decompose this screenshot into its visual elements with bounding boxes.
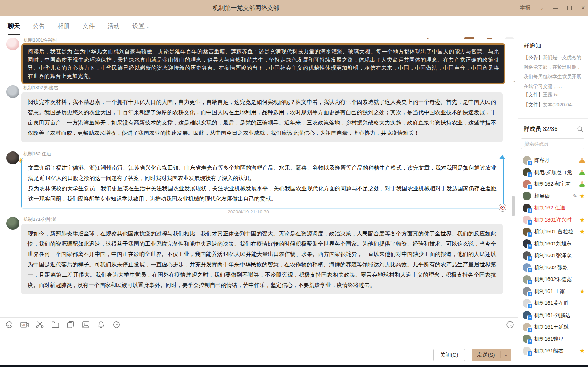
send-button[interactable]: 发送(S) ⌄ [472,349,511,361]
member-row[interactable]: ★ 机制161-刘鹏达 [518,309,588,321]
member-row[interactable]: ▮ 机制1801许兴时 ★ [518,214,588,226]
member-avatar: ▮ [523,251,531,260]
member-row[interactable]: 杨展硕 ✎★ [518,190,588,202]
svg-text:GIF: GIF [21,324,25,326]
search-icon[interactable] [577,126,583,134]
restore-window-icon[interactable] [567,6,572,10]
member-avatar: ▮ [523,299,531,308]
member-name: 机制1801许兴时 [534,217,579,223]
member-row[interactable]: ▮ 机制161魏星 [518,333,588,345]
tab-chat[interactable]: 聊天 [8,22,20,35]
avatar[interactable] [6,85,19,98]
chevron-down-icon[interactable]: ⌄ [540,5,544,10]
member-name: 杨展硕 [534,193,573,200]
member-row[interactable]: ▮ 机制162 任迪 [518,202,588,214]
member-name: 机电-罗顺意（党 [534,169,579,176]
member-status-icons: ★ [579,229,585,235]
member-status-icons [579,158,585,163]
selection-rail [503,159,504,207]
group-notice-body[interactable]: 【公告】我们是一支优秀的网络党支部，在紧急时期，我们每周组织学生党员开展在线学习… [524,53,585,91]
tab-announcement[interactable]: 公告 [33,22,45,35]
member-row[interactable]: ▮ 机电-罗顺意（党 [518,166,588,179]
member-row[interactable]: ▮ 机制1601-曾粒粒 ★ [518,226,588,238]
collect-documents-icon[interactable] [66,320,75,329]
member-row[interactable]: ★ 机制1601刘旭东 [518,238,588,250]
member-avatar: ▮ [523,204,531,212]
online-device-badge-icon: ▮ [527,303,532,309]
member-row[interactable]: ★ 机制1602 张乾 [518,262,588,274]
more-tools-icon[interactable] [112,320,121,329]
message-input-area[interactable]: GIF 关闭(C) 发送(S) ⌄ [0,317,518,365]
blackboard-text: 阅读后，我甚是为 生为中华儿女而感到自豪与骄傲。无论是延年百年的桑基鱼塘、莲藕养… [28,48,499,79]
close-icon[interactable]: ✕ [581,5,585,10]
tab-files[interactable]: 文件 [83,22,95,35]
online-device-badge-icon: ▮ [527,327,532,333]
member-avatar: ▮ [523,335,531,343]
minimize-icon[interactable]: — [553,5,558,10]
tab-settings[interactable]: 设置⌄ [132,22,149,35]
member-name: 陈客舟 [534,157,579,164]
member-avatar: ★ [523,311,531,319]
send-picture-icon[interactable] [82,320,90,329]
avatar[interactable] [6,38,19,50]
member-status-icons: ★ [579,288,585,294]
member-avatar: ★ [523,263,531,272]
online-device-badge-icon: ★ [527,280,532,285]
scrollbar-up-arrow[interactable]: ⌃ [511,80,518,86]
file-tag: 【文件】 [524,92,543,97]
chat-scrollbar[interactable] [512,196,515,216]
star-badge-icon: ★ [579,193,585,199]
notice-file-item[interactable]: 【文件】文本(2020-04-… [524,102,587,108]
member-avatar: ▮ [523,168,531,176]
member-row[interactable]: ▮ 机制1601张泽众 [518,250,588,262]
group-notice-title: 群通知 [524,42,541,50]
online-device-badge-icon: ▮ [527,184,532,190]
member-row[interactable]: ▮ 机制161王延斌 [518,321,588,333]
selection-handle-icon[interactable] [499,155,505,159]
seal-stamp-icon [499,204,506,212]
tab-activities[interactable]: 活动 [107,22,120,35]
member-avatar: ▮ [523,180,531,188]
notice-file-item[interactable]: 【文件】王露.txt [524,92,587,98]
message-bubble-selected[interactable]: ✳ 文章介绍了福建宁德港、浙江湖州南浔、江苏省兴化市垛田镇、山东省寿光市等多个地… [21,158,503,208]
blackboard-image-message[interactable]: 阅读后，我甚是为 生为中华儿女而感到自豪与骄傲。无论是延年百年的桑基鱼塘、莲藕养… [21,43,505,84]
member-name: 机制1601-曾粒粒 [534,228,579,235]
member-row[interactable]: ★ 机制1602朱德宽 [518,273,588,286]
member-status-bust-icon [579,170,585,175]
folder-send-file-icon[interactable] [51,320,59,329]
emoji-icon[interactable] [5,320,14,329]
online-device-badge-icon: ▮ [527,232,532,237]
group-members-title: 群成员 32/36 [524,125,557,133]
notification-bell-icon[interactable] [97,320,105,329]
gif-hot-image-icon[interactable]: GIF [20,320,29,329]
member-row[interactable]: ▮ 机制161熊杰 ★ [518,345,588,357]
star-badge-icon: ★ [579,229,585,235]
divider [524,88,584,88]
avatar[interactable] [6,151,19,164]
tab-album[interactable]: 相册 [58,22,70,35]
member-row[interactable]: ▮ 机制162-郝宇君 [518,178,588,190]
member-row[interactable]: ▮ 机制161黄在胜 [518,297,588,309]
online-device-badge-icon: ▮ [527,291,532,297]
member-name: 机制1602 张乾 [534,264,585,271]
member-row[interactable]: ▮ 陈客舟 [518,154,588,166]
screenshot-scissors-icon[interactable] [36,320,44,329]
member-avatar: ▮ [523,323,531,331]
message-history-clock-icon[interactable] [506,320,514,329]
message-bubble[interactable]: 现如今，新冠肺炎肆虐全球，在观察其他国家抗疫的过程与我们相比，我们才真正体会到中… [21,224,503,294]
member-list: ▮ 陈客舟 ▮ 机电-罗顺意（党 ▮ 机制162-郝宇君 杨展硕 ✎★ ▮ 机制… [518,154,588,357]
member-name: 机制162-郝宇君 [534,181,579,187]
close-button[interactable]: 关闭(C) [433,349,465,361]
avatar[interactable] [6,217,19,230]
report-button[interactable]: 举报 [520,5,531,11]
message-paragraph: 身为农林院校的大学生党员，我们更应该在生活中关注我国农业发展现状，关注农业机械发… [28,183,497,204]
send-options-chevron-icon[interactable]: ⌄ [501,352,511,357]
member-search-input[interactable] [521,138,584,149]
message-paragraph: 文章介绍了福建宁德港、浙江湖州南浔、江苏省兴化市垛田镇、山东省寿光市等多个地区的… [28,163,497,183]
message-bubble[interactable]: 阅读完本次材料，我不禁思索，一个拥有十几亿人口的大国，自力更生，自给自足，这究竟… [21,92,503,142]
member-row[interactable]: ▮ 机制161 王露 ★ [518,286,588,298]
member-avatar [523,192,531,200]
online-device-badge-icon: ★ [527,267,532,273]
online-device-badge-icon: ▮ [527,351,532,356]
member-status-bust-icon [579,158,585,163]
